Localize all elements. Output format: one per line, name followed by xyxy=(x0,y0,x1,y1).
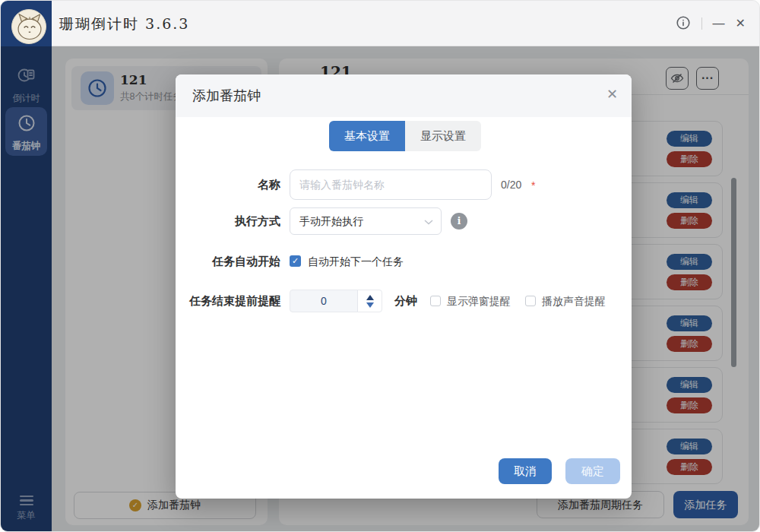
char-counter: 0/20 xyxy=(501,169,521,200)
popup-remind-checkbox[interactable] xyxy=(430,296,441,306)
name-label: 名称 xyxy=(182,169,280,200)
add-pomodoro-dialog: 添加番茄钟 ✕ 基本设置 显示设置 名称 0/20 * 执行方式 手动开始执行 … xyxy=(176,74,632,499)
required-asterisk: * xyxy=(531,169,535,201)
cancel-button[interactable]: 取消 xyxy=(499,458,552,484)
dialog-header: 添加番茄钟 ✕ xyxy=(176,74,632,117)
minutes-unit-label: 分钟 xyxy=(394,290,417,312)
auto-start-label: 任务自动开始 xyxy=(182,255,280,268)
exec-info-icon[interactable]: i xyxy=(451,213,467,230)
tab-basic-settings[interactable]: 基本设置 xyxy=(329,121,405,151)
confirm-button[interactable]: 确定 xyxy=(565,458,620,484)
exec-mode-label: 执行方式 xyxy=(182,207,280,235)
popup-remind-label[interactable]: 显示弹窗提醒 xyxy=(447,290,511,312)
sound-remind-checkbox[interactable] xyxy=(525,296,536,306)
name-input[interactable] xyxy=(290,169,492,200)
minimize-button[interactable]: — xyxy=(713,17,725,30)
exec-mode-value: 手动开始执行 xyxy=(299,215,363,227)
remind-minutes-value: 0 xyxy=(290,290,357,312)
titlebar: 珊瑚倒计时 3.6.3 — ✕ xyxy=(52,1,759,46)
exec-mode-select[interactable]: 手动开始执行 xyxy=(290,207,442,235)
app-avatar xyxy=(11,9,46,44)
dialog-title: 添加番茄钟 xyxy=(192,74,261,117)
stepper-down-icon[interactable] xyxy=(366,302,374,308)
stepper-controls xyxy=(357,290,382,312)
auto-start-checkbox[interactable]: ✓ xyxy=(290,255,301,267)
window-title: 珊瑚倒计时 3.6.3 xyxy=(59,1,189,46)
info-icon[interactable] xyxy=(676,15,691,33)
close-button[interactable]: ✕ xyxy=(736,17,746,30)
remind-minutes-stepper[interactable]: 0 xyxy=(290,290,382,312)
tab-display-settings[interactable]: 显示设置 xyxy=(405,121,481,151)
settings-tabs: 基本设置 显示设置 xyxy=(329,121,481,151)
stepper-up-icon[interactable] xyxy=(366,295,374,300)
app-window: 倒计时 番茄钟 菜单 珊瑚倒计时 3.6.3 xyxy=(0,0,760,532)
remind-label: 任务结束提前提醒 xyxy=(182,290,280,312)
dialog-close-icon[interactable]: ✕ xyxy=(606,87,618,101)
titlebar-divider xyxy=(701,17,702,30)
auto-start-option-label[interactable]: 自动开始下一个任务 xyxy=(308,255,404,268)
chevron-down-icon xyxy=(424,220,433,225)
sound-remind-label[interactable]: 播放声音提醒 xyxy=(542,290,606,312)
